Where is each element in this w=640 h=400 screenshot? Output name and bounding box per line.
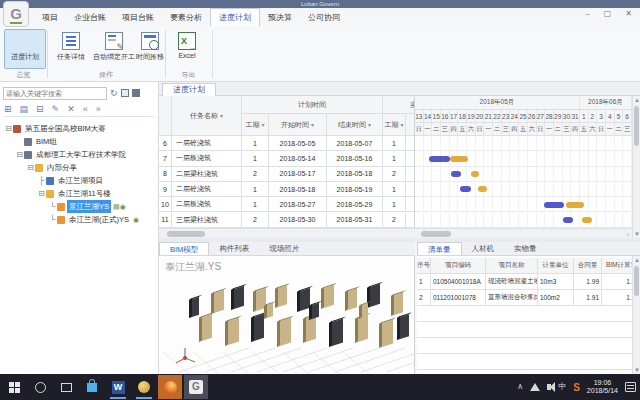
gantt-weekday-header: 二 <box>554 123 563 136</box>
collapse-panel-icon[interactable] <box>121 89 129 97</box>
collapse-all-icon[interactable]: « <box>83 103 88 115</box>
remove-node-icon[interactable]: ⊟ <box>36 103 44 115</box>
expand-all-icon[interactable]: » <box>96 103 101 115</box>
tab-现场照片[interactable]: 现场照片 <box>259 242 309 255</box>
ribbon-tab-项目[interactable]: 项目 <box>34 9 66 26</box>
tab-schedule-plan[interactable]: 进度计划 <box>162 83 216 96</box>
scroll-up-icon[interactable]: ▲ <box>633 256 640 264</box>
gantt-grid-col <box>510 136 519 151</box>
qty-cell[interactable]: 1.99 <box>602 274 632 290</box>
qty-cell[interactable]: 现浇砼墙混凝土墙 <box>486 274 538 290</box>
luban-govern[interactable]: G <box>184 375 208 399</box>
scroll-down-icon[interactable]: ▼ <box>633 230 640 238</box>
close-button[interactable]: ✕ <box>625 10 632 18</box>
scroll-down-icon[interactable]: ▼ <box>633 366 640 374</box>
scroll-right-icon[interactable]: › <box>624 230 632 238</box>
bim-3d-view[interactable]: 泰江兰湖.YS <box>159 256 415 374</box>
taskbar-clock[interactable]: 19:062018/5/14 <box>587 379 618 395</box>
ribbon-tab-企业台账[interactable]: 企业台账 <box>66 9 114 26</box>
qty-cell[interactable]: 1 <box>417 274 431 290</box>
ime-indicator[interactable]: 中 <box>558 382 566 392</box>
rename-icon[interactable]: ✎ <box>52 103 60 115</box>
coin-app[interactable] <box>132 375 156 399</box>
ribbon-tab-进度计划[interactable]: 进度计划 <box>210 8 260 26</box>
tree-expander-icon[interactable]: └ <box>48 213 57 226</box>
word[interactable]: W <box>106 375 130 399</box>
ribbon-button-时间推移[interactable]: 时间推移 <box>132 29 168 69</box>
tab-人材机[interactable]: 人材机 <box>462 242 505 255</box>
maximize-button[interactable]: ▢ <box>604 10 612 18</box>
cortana-search[interactable] <box>28 375 52 399</box>
qty-cell[interactable]: 1.91 <box>602 290 632 306</box>
notification-center-icon[interactable] <box>625 382 636 392</box>
store[interactable] <box>80 375 104 399</box>
ribbon-button-自动绑定开工[interactable]: 自动绑定开工 <box>92 29 136 69</box>
tray-chevron-icon[interactable]: ∧ <box>517 382 523 392</box>
task-view[interactable] <box>54 375 78 399</box>
tree-node[interactable]: BIM组 <box>0 135 158 148</box>
gantt-grid-col <box>510 151 519 166</box>
qty-cell[interactable]: 010504001018A <box>431 274 486 290</box>
sogou-icon[interactable]: S <box>573 382 580 393</box>
firefox[interactable] <box>158 375 182 399</box>
gantt-day-header: 23 <box>502 110 511 123</box>
add-node-icon[interactable]: ⊞ <box>4 103 12 115</box>
tree-expander-icon[interactable]: ⊟ <box>37 187 46 200</box>
tree-node[interactable]: ⊟成都理工大学工程技术学院 <box>0 148 158 161</box>
gantt-weekday-header: 日 <box>415 123 424 136</box>
gantt-hscrollbar[interactable]: › <box>415 228 632 238</box>
ribbon-tab-预决算[interactable]: 预决算 <box>260 9 300 26</box>
minimize-button[interactable]: – <box>585 10 589 18</box>
tree-expander-icon[interactable]: ├ <box>37 174 46 187</box>
qty-cell[interactable]: 1.99 <box>574 274 602 290</box>
tab-清单量[interactable]: 清单量 <box>417 242 462 255</box>
volume-icon[interactable] <box>547 384 551 390</box>
ribbon-tab-项目台账[interactable]: 项目台账 <box>114 9 162 26</box>
tree-node[interactable]: ├余江兰湖项目 <box>0 174 158 187</box>
delete-icon[interactable]: ✕ <box>67 103 75 115</box>
tree-node-label: 第五届全国高校BIM大赛 <box>23 122 108 135</box>
ribbon-button-任务详情[interactable]: 任务详情 <box>52 29 90 69</box>
quantity-vscrollbar[interactable]: ▲ ▼ <box>632 256 640 374</box>
gantt-grid-col <box>554 182 563 197</box>
table-hscrollbar[interactable] <box>159 228 415 238</box>
qty-cell[interactable]: 2 <box>417 290 431 306</box>
gantt-grid-col <box>467 151 476 166</box>
expand-panel-icon[interactable] <box>132 89 140 97</box>
gantt-day-header: 17 <box>450 110 459 123</box>
tree-expander-icon[interactable]: ⊟ <box>15 148 24 161</box>
qty-cell[interactable]: 011201001078 <box>431 290 486 306</box>
gantt-weekday-header: 一 <box>606 123 615 136</box>
plan-duration-cell: 1 <box>242 151 269 166</box>
tab-BIM模型[interactable]: BIM模型 <box>159 242 209 255</box>
ribbon-tab-要素分析[interactable]: 要素分析 <box>162 9 210 26</box>
refresh-icon[interactable]: ↻ <box>110 88 118 98</box>
start-button[interactable] <box>2 375 26 399</box>
edit-node-icon[interactable]: ▤ <box>20 103 29 115</box>
tree-expander-icon[interactable]: └ <box>48 200 57 213</box>
scroll-up-icon[interactable]: ▲ <box>633 96 640 104</box>
gantt-grid-col <box>432 136 441 151</box>
network-icon[interactable] <box>530 383 540 391</box>
tree-node[interactable]: ⊟余江兰湖11号楼 <box>0 187 158 200</box>
plan-start-cell: 2018-05-18 <box>269 182 327 197</box>
top-vscrollbar[interactable]: ▲ ▼ <box>632 96 640 238</box>
tree-node[interactable]: ⊟第五届全国高校BIM大赛 <box>0 122 158 135</box>
tree-node[interactable]: └景江兰湖YS▤◉ <box>0 200 158 213</box>
ribbon-button-进度计划[interactable]: 进度计划 <box>4 29 46 69</box>
gantt-grid-col <box>415 213 424 228</box>
tree-node[interactable]: ⊟内部分享 <box>0 161 158 174</box>
ribbon-button-Excel[interactable]: Excel <box>170 29 204 69</box>
tree-node[interactable]: └余江兰湖(正式)YS◉ <box>0 213 158 226</box>
start-button-icon <box>9 382 20 393</box>
tree-expander-icon[interactable]: ⊟ <box>4 122 13 135</box>
qty-cell[interactable]: 直形墙混合砂浆抹灰 <box>486 290 538 306</box>
tab-构件列表[interactable]: 构件列表 <box>209 242 259 255</box>
qty-cell[interactable]: 100m2 <box>538 290 574 306</box>
qty-cell[interactable]: 1.91 <box>574 290 602 306</box>
ribbon-tab-公司协同[interactable]: 公司协同 <box>300 9 348 26</box>
tree-search-input[interactable] <box>3 87 107 100</box>
tab-实物量[interactable]: 实物量 <box>504 242 547 255</box>
qty-cell[interactable]: 10m3 <box>538 274 574 290</box>
tree-expander-icon[interactable]: ⊟ <box>26 161 35 174</box>
